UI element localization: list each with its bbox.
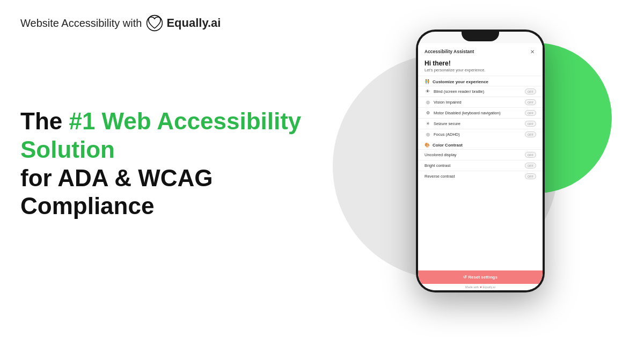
bright-item: Bright contrast OFF bbox=[418, 160, 543, 171]
phone-screen: Accessibility Assistant ✕ Hi there! Let'… bbox=[418, 32, 543, 290]
phone-mockup: Accessibility Assistant ✕ Hi there! Let'… bbox=[416, 30, 545, 292]
footer-brand-name: Equally.ai bbox=[482, 285, 495, 289]
vision-icon: ◎ bbox=[425, 100, 431, 105]
seizure-toggle[interactable]: OFF bbox=[525, 121, 536, 127]
phone-notch bbox=[462, 30, 499, 41]
panel-greeting-sub: Let's personalize your experience. bbox=[425, 68, 536, 72]
reverse-label: Reverse contrast bbox=[425, 174, 455, 179]
reverse-item: Reverse contrast OFF bbox=[418, 171, 543, 181]
seizure-icon: ✳ bbox=[425, 121, 431, 126]
customize-icon: 🧑‍🤝‍🧑 bbox=[425, 79, 430, 84]
header-prefix: Website Accessibility with bbox=[20, 17, 142, 30]
blind-icon: 👁 bbox=[425, 89, 431, 94]
brand-logo: Equally.ai bbox=[146, 14, 221, 32]
focus-icon: ◎ bbox=[425, 132, 431, 137]
bright-label: Bright contrast bbox=[425, 163, 450, 168]
focus-item: ◎ Focus (ADHD) OFF bbox=[418, 129, 543, 140]
vision-item: ◎ Vision Impaired OFF bbox=[418, 97, 543, 107]
headline: The #1 Web Accessibility Solution for AD… bbox=[20, 107, 332, 221]
color-contrast-icon: 🎨 bbox=[425, 143, 430, 148]
headline-line2: for ADA & WCAG Compliance bbox=[20, 165, 213, 219]
reverse-toggle[interactable]: OFF bbox=[525, 173, 536, 179]
blind-toggle[interactable]: OFF bbox=[525, 89, 536, 94]
color-contrast-section-title: 🎨 Color Contrast bbox=[418, 140, 543, 149]
panel-footer-brand: Made with ♥ Equally.ai bbox=[418, 284, 543, 290]
motor-item: ⚙ Motor Disabled (keyboard navigation) O… bbox=[418, 107, 543, 118]
main-content: The #1 Web Accessibility Solution for AD… bbox=[20, 107, 332, 221]
seizure-item: ✳ Seizure secure OFF bbox=[418, 118, 543, 129]
uncolored-item: Uncolored display OFF bbox=[418, 149, 543, 160]
accessibility-panel: Accessibility Assistant ✕ Hi there! Let'… bbox=[418, 43, 543, 290]
panel-title: Accessibility Assistant bbox=[425, 49, 474, 54]
focus-label: Focus (ADHD) bbox=[434, 132, 460, 137]
motor-icon: ⚙ bbox=[425, 111, 431, 115]
panel-greeting-section: Hi there! Let's personalize your experie… bbox=[418, 57, 543, 76]
panel-greeting-text: Hi there! bbox=[425, 60, 536, 67]
seizure-label: Seizure secure bbox=[434, 121, 460, 126]
vision-label: Vision Impaired bbox=[434, 100, 462, 105]
brand-name: Equally.ai bbox=[166, 16, 221, 30]
reset-settings-button[interactable]: ↺ Reset settings bbox=[418, 270, 543, 284]
headline-prefix: The bbox=[20, 108, 69, 134]
heart-icon bbox=[146, 14, 163, 32]
bright-toggle[interactable]: OFF bbox=[525, 163, 536, 169]
blind-item: 👁 Blind (screen reader/ braille) OFF bbox=[418, 86, 543, 97]
made-with-text: Made with bbox=[465, 285, 479, 289]
panel-close-button[interactable]: ✕ bbox=[529, 48, 536, 55]
blind-label: Blind (screen reader/ braille) bbox=[434, 89, 484, 94]
panel-header: Accessibility Assistant ✕ bbox=[418, 43, 543, 57]
uncolored-toggle[interactable]: OFF bbox=[525, 152, 536, 158]
focus-toggle[interactable]: OFF bbox=[525, 131, 536, 137]
header: Website Accessibility with Equally.ai bbox=[20, 14, 221, 32]
vision-toggle[interactable]: OFF bbox=[525, 99, 536, 105]
phone-shell: Accessibility Assistant ✕ Hi there! Let'… bbox=[416, 30, 545, 292]
uncolored-label: Uncolored display bbox=[425, 152, 457, 157]
motor-label: Motor Disabled (keyboard navigation) bbox=[434, 111, 501, 115]
reset-label: ↺ Reset settings bbox=[463, 275, 497, 280]
motor-toggle[interactable]: OFF bbox=[525, 110, 536, 116]
customize-section-title: 🧑‍🤝‍🧑 Customize your experience bbox=[418, 76, 543, 86]
footer-heart-icon: ♥ bbox=[480, 285, 481, 289]
